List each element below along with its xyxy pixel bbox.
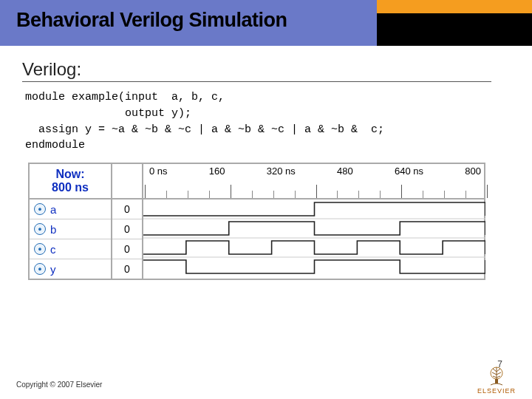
signal-name-row[interactable]: ● a bbox=[30, 200, 111, 219]
ruler-label: 480 bbox=[337, 166, 353, 177]
publisher-name: ELSEVIER bbox=[477, 387, 516, 395]
section-heading: Verilog: bbox=[22, 59, 491, 82]
signal-name-row[interactable]: ● b bbox=[30, 219, 111, 239]
signal-dot-icon: ● bbox=[34, 223, 46, 235]
signal-name-row[interactable]: ● c bbox=[30, 239, 111, 259]
title-bar: Behavioral Verilog Simulation bbox=[0, 0, 532, 46]
time-ruler: 0 ns 160 320 ns 480 640 ns 800 bbox=[143, 164, 484, 200]
title-bg-black bbox=[377, 13, 532, 46]
copyright-footer: Copyright © 2007 Elsevier bbox=[16, 381, 102, 389]
signal-value: 0 bbox=[112, 219, 142, 239]
signal-value: 0 bbox=[112, 259, 142, 279]
signal-name: y bbox=[50, 263, 56, 276]
signal-names-column: Now: 800 ns ● a ● b ● c ● y bbox=[30, 164, 112, 279]
title-bg-orange bbox=[377, 0, 532, 13]
ruler-label: 0 ns bbox=[149, 166, 168, 177]
signal-name: b bbox=[50, 223, 56, 236]
waveform-viewer: Now: 800 ns ● a ● b ● c ● y bbox=[28, 163, 510, 280]
ruler-label: 320 ns bbox=[267, 166, 296, 177]
signal-name: c bbox=[50, 243, 56, 256]
ruler-label: 800 bbox=[465, 166, 481, 177]
page-title: Behavioral Verilog Simulation bbox=[16, 9, 287, 32]
ruler-label: 160 bbox=[209, 166, 225, 177]
signal-values-column: 0 0 0 0 bbox=[112, 164, 143, 279]
time-cursor-header: Now: 800 ns bbox=[30, 164, 111, 200]
signal-dot-icon: ● bbox=[34, 243, 46, 255]
signal-dot-icon: ● bbox=[34, 203, 46, 215]
tree-icon bbox=[486, 366, 507, 386]
signal-dot-icon: ● bbox=[34, 263, 46, 275]
now-time: 800 ns bbox=[52, 181, 89, 194]
signal-value: 0 bbox=[112, 239, 142, 259]
values-header-blank bbox=[112, 164, 142, 200]
signal-value: 0 bbox=[112, 200, 142, 219]
waveform-column: 0 ns 160 320 ns 480 640 ns 800 bbox=[143, 164, 484, 279]
publisher-logo: ELSEVIER bbox=[477, 366, 516, 395]
ruler-label: 640 ns bbox=[395, 166, 423, 177]
now-label: Now: bbox=[55, 168, 84, 181]
signal-name: a bbox=[50, 203, 56, 216]
waveform-area bbox=[143, 200, 484, 276]
code-block: module example(input a, b, c, output y);… bbox=[25, 89, 510, 154]
signal-name-row[interactable]: ● y bbox=[30, 259, 111, 279]
